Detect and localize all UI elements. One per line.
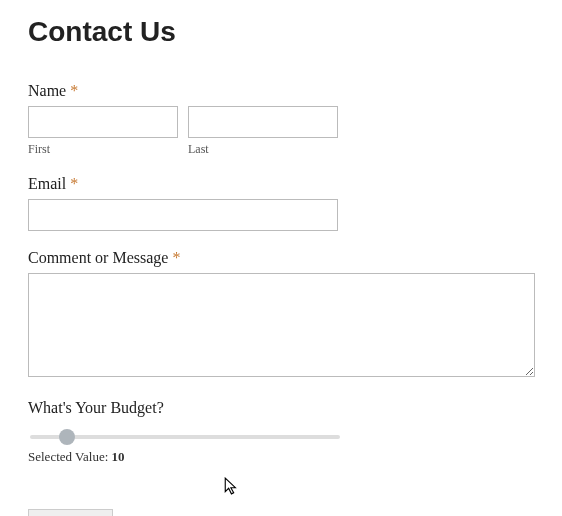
required-marker: * bbox=[70, 175, 78, 192]
cursor-icon bbox=[223, 477, 241, 495]
email-field: Email * bbox=[28, 175, 534, 231]
budget-selected-number: 10 bbox=[112, 449, 125, 464]
email-label-text: Email bbox=[28, 175, 66, 192]
last-name-sublabel: Last bbox=[188, 142, 338, 157]
message-label: Comment or Message * bbox=[28, 249, 534, 267]
required-marker: * bbox=[70, 82, 78, 99]
message-field: Comment or Message * bbox=[28, 249, 534, 381]
name-label-text: Name bbox=[28, 82, 66, 99]
budget-field: What's Your Budget? Selected Value: 10 bbox=[28, 399, 534, 465]
email-input[interactable] bbox=[28, 199, 338, 231]
first-name-sublabel: First bbox=[28, 142, 178, 157]
budget-slider[interactable] bbox=[30, 435, 340, 439]
required-marker: * bbox=[172, 249, 180, 266]
submit-button[interactable]: Submit bbox=[28, 509, 113, 516]
page-title: Contact Us bbox=[28, 16, 534, 48]
message-textarea[interactable] bbox=[28, 273, 535, 377]
budget-label: What's Your Budget? bbox=[28, 399, 534, 417]
first-name-input[interactable] bbox=[28, 106, 178, 138]
message-label-text: Comment or Message bbox=[28, 249, 168, 266]
name-label: Name * bbox=[28, 82, 534, 100]
name-field: Name * First Last bbox=[28, 82, 534, 157]
budget-selected-prefix: Selected Value: bbox=[28, 449, 112, 464]
last-name-input[interactable] bbox=[188, 106, 338, 138]
budget-selected-value: Selected Value: 10 bbox=[28, 449, 534, 465]
email-label: Email * bbox=[28, 175, 534, 193]
